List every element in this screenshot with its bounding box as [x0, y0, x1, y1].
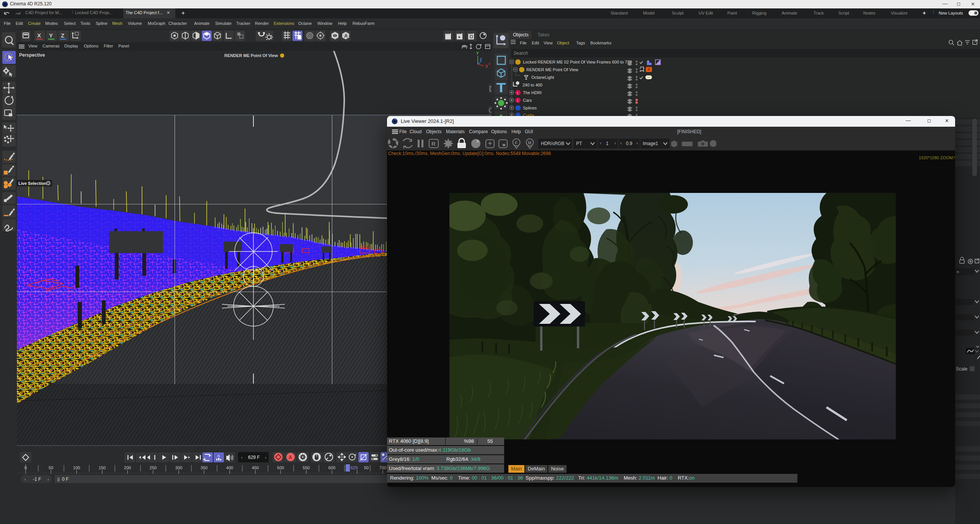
svg-text:1: 1: [606, 141, 609, 146]
svg-text:Splines: Splines: [523, 106, 537, 110]
svg-text:450: 450: [252, 465, 259, 470]
svg-text:A: A: [217, 454, 220, 458]
svg-text:‹: ‹: [24, 477, 26, 482]
svg-text:R: R: [431, 140, 436, 147]
svg-text:0 F: 0 F: [62, 477, 69, 482]
svg-text:File: File: [520, 41, 527, 45]
svg-text:150: 150: [99, 465, 106, 470]
svg-text:Cars: Cars: [523, 98, 532, 103]
svg-text:Tags: Tags: [576, 41, 585, 45]
svg-text:Search: Search: [513, 51, 528, 56]
svg-text:HDR/sRGB: HDR/sRGB: [541, 141, 564, 146]
svg-text:Image1: Image1: [643, 141, 658, 146]
svg-text:F: F: [515, 140, 518, 145]
svg-text:View: View: [544, 41, 553, 45]
svg-text:n: n: [957, 269, 959, 274]
svg-text:400: 400: [226, 465, 233, 470]
svg-text:600: 600: [328, 465, 335, 470]
svg-text:›: ›: [47, 477, 49, 482]
svg-text:Edit: Edit: [532, 41, 539, 45]
svg-text:Takes: Takes: [537, 32, 549, 38]
svg-text:Y: Y: [49, 32, 53, 39]
svg-text:‹: ‹: [241, 455, 243, 460]
svg-text:‹: ‹: [620, 140, 622, 146]
svg-text:›: ›: [636, 140, 638, 146]
svg-text:100: 100: [73, 465, 80, 470]
svg-text:Objects: Objects: [513, 32, 529, 38]
svg-text:Z: Z: [61, 32, 64, 39]
svg-text:Scale: Scale: [956, 366, 967, 372]
svg-text:Locked RENDER ME 02 Point Of V: Locked RENDER ME 02 Point Of View Frames…: [523, 60, 632, 64]
svg-text:Bookmarks: Bookmarks: [590, 41, 612, 45]
svg-text:!: !: [517, 99, 518, 103]
svg-text:50: 50: [49, 465, 53, 470]
svg-text:629 F: 629 F: [248, 455, 260, 460]
svg-text:M: M: [528, 140, 531, 145]
svg-text:A: A: [289, 455, 292, 460]
svg-text:›: ›: [614, 140, 616, 146]
svg-text:300: 300: [175, 465, 182, 470]
svg-text:200: 200: [124, 465, 131, 470]
svg-text:0.9: 0.9: [626, 141, 632, 146]
svg-text:550: 550: [303, 465, 310, 470]
svg-text:Object: Object: [557, 41, 569, 45]
svg-text:A: A: [344, 33, 348, 39]
svg-text:500: 500: [277, 465, 284, 470]
svg-text:240 to 400: 240 to 400: [523, 83, 542, 87]
svg-text:X: X: [37, 32, 41, 39]
svg-text:629: 629: [351, 465, 358, 470]
svg-text:-1 F: -1 F: [33, 477, 41, 482]
svg-text:700: 700: [379, 465, 386, 470]
svg-text:||: ||: [57, 477, 60, 482]
svg-text:OctaneLight: OctaneLight: [531, 75, 554, 80]
svg-text:!: !: [517, 91, 518, 95]
svg-text:›: ›: [265, 455, 266, 460]
svg-text:Perspective: Perspective: [19, 52, 45, 58]
svg-text:PT: PT: [576, 141, 582, 146]
svg-text:350: 350: [201, 465, 207, 470]
svg-text:Live Selection: Live Selection: [18, 181, 47, 186]
svg-text:The HDRI: The HDRI: [523, 90, 542, 95]
svg-text:RENDER ME Point Of View: RENDER ME Point Of View: [526, 67, 578, 72]
svg-text:Z: Z: [480, 58, 482, 62]
svg-text:x: x: [488, 61, 491, 66]
svg-text:‹: ‹: [600, 140, 601, 146]
svg-text:RENDER ME Point Of View: RENDER ME Point Of View: [224, 53, 278, 58]
svg-text:250: 250: [150, 465, 157, 470]
svg-text:Y: Y: [476, 51, 479, 56]
svg-text:50: 50: [364, 465, 369, 470]
